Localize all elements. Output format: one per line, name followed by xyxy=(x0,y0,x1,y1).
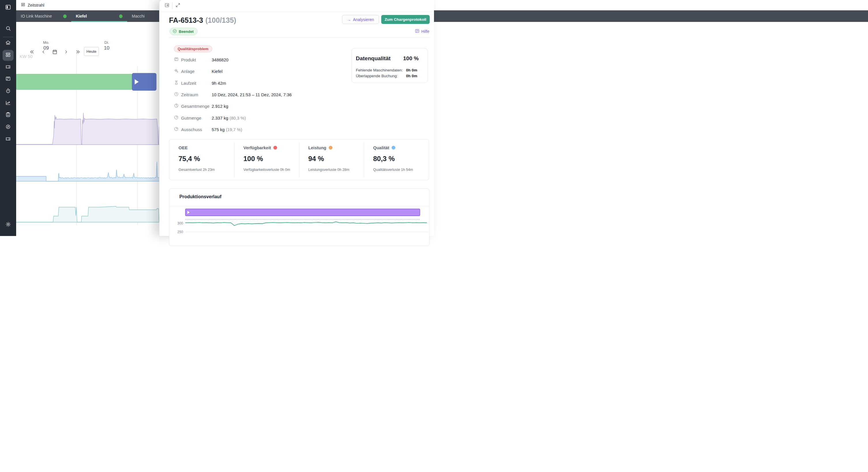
nav-rail xyxy=(0,0,16,236)
sidebar-item-home[interactable] xyxy=(3,38,13,49)
kpi-card: OEE 75,4 % Gesamtverlust 2h 23m Verfügba… xyxy=(169,139,429,180)
close-drawer-button[interactable] xyxy=(164,3,170,9)
data-quality-card: Datenqualität 100 % Fehlende Maschinenda… xyxy=(351,48,428,83)
sidebar-item-reports[interactable] xyxy=(3,110,13,121)
pie-chart-icon xyxy=(174,103,179,109)
quality-dot xyxy=(392,146,395,149)
drawer-toolbar xyxy=(159,0,434,12)
panel-toggle-button[interactable] xyxy=(3,2,13,13)
field-row-laufzeit: Laufzeit 9h 42m xyxy=(174,80,335,86)
svg-text:300: 300 xyxy=(177,221,183,225)
quality-problem-badge: Qualitätsproblem xyxy=(174,45,212,52)
kpi-verfuegbarkeit: Verfügbarkeit 100 % Verfügbarkeitsverlus… xyxy=(234,139,299,180)
ticket-icon xyxy=(5,64,11,71)
package-icon xyxy=(5,76,11,83)
sidebar-item-downtimes[interactable] xyxy=(3,86,13,97)
production-order-bar[interactable] xyxy=(185,209,420,216)
order-title: FA-6513-3(100/135) xyxy=(169,16,236,25)
kpi-qualitaet: Qualität 80,3 % Qualitätsverluste 1h 54m xyxy=(364,139,429,180)
availability-dot xyxy=(273,146,277,149)
kpi-oee: OEE 75,4 % Gesamtverlust 2h 23m xyxy=(169,139,234,180)
hourglass-icon xyxy=(174,80,179,86)
batch-protocol-button[interactable]: Zum Chargenprotokoll xyxy=(381,15,430,24)
pie-slice2-icon xyxy=(174,127,179,133)
sidebar-item-products[interactable] xyxy=(3,74,13,85)
panel-close-icon xyxy=(164,3,169,9)
field-row-produkt: Produkt 3486820 xyxy=(174,57,335,63)
home-icon xyxy=(5,40,11,47)
clipboard-chart-icon xyxy=(5,112,11,119)
expand-icon xyxy=(175,3,181,9)
help-link[interactable]: Hilfe xyxy=(415,29,429,34)
clock-icon xyxy=(174,92,179,98)
order-progress-count: (100/135) xyxy=(205,16,236,24)
toolbar-divider xyxy=(172,2,173,9)
chart-line-icon xyxy=(5,100,11,107)
package-icon xyxy=(174,57,179,63)
arrow-right-icon: → xyxy=(347,17,351,22)
data-quality-value: 100 % xyxy=(403,55,419,62)
check-circle-icon xyxy=(173,29,177,34)
search-icon xyxy=(5,25,11,33)
field-row-ausschuss: Ausschuss 575 kg (19,7 %) xyxy=(174,127,335,132)
sidebar-item-timeline[interactable] xyxy=(3,50,13,61)
gear-icon xyxy=(5,221,11,229)
order-detail-drawer: FA-6513-3(100/135) → Analysieren Zum Cha… xyxy=(159,0,434,236)
timeline-icon xyxy=(5,52,11,59)
expand-drawer-button[interactable] xyxy=(175,3,181,9)
panel-toggle-icon xyxy=(5,4,11,11)
ticket2-icon xyxy=(5,136,11,143)
production-chart: 300250 xyxy=(169,205,429,236)
machine-gear-icon xyxy=(174,68,179,74)
sidebar-item-analytics[interactable] xyxy=(3,98,13,109)
sidebar-item-batches[interactable] xyxy=(3,134,13,145)
field-row-gutmenge: Gutmenge 2.337 kg (80,3 %) xyxy=(174,115,335,121)
performance-dot xyxy=(329,146,333,149)
data-quality-title: Datenqualität xyxy=(356,55,391,62)
help-panel-icon xyxy=(415,29,420,34)
compass-icon xyxy=(5,124,11,131)
kpi-leistung: Leistung 94 % Leistungsverluste 0h 28m xyxy=(299,139,364,180)
divider xyxy=(169,37,430,37)
sidebar-item-orders[interactable] xyxy=(3,62,13,73)
settings-button[interactable] xyxy=(3,219,13,230)
pie-slice-icon xyxy=(174,115,179,121)
stopwatch-icon xyxy=(5,88,11,95)
order-block[interactable] xyxy=(16,74,132,90)
field-row-gesamtmenge: Gesamtmenge 2.912 kg xyxy=(174,103,335,109)
field-row-zeitraum: Zeitraum 10 Dez, 2024, 21:53 – 11 Dez, 2… xyxy=(174,92,335,97)
status-badge-finished: Beendet xyxy=(169,28,197,35)
svg-text:250: 250 xyxy=(177,230,183,234)
analyze-button[interactable]: → Analysieren xyxy=(342,15,379,24)
production-chart-title: Produktionsverlauf xyxy=(179,194,221,199)
production-chart-card: Produktionsverlauf 300250 xyxy=(169,189,429,236)
search-button[interactable] xyxy=(3,23,13,34)
field-row-anlage: Anlage Kiefel xyxy=(174,68,335,74)
sidebar-item-explore[interactable] xyxy=(3,122,13,133)
